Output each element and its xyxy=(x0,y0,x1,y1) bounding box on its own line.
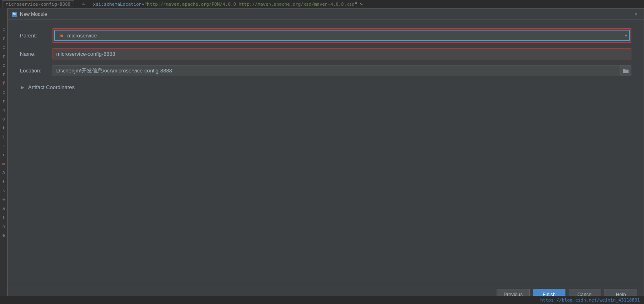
location-row: Location: xyxy=(20,65,631,76)
parent-input-outer[interactable]: m microservice ▼ xyxy=(53,28,631,43)
parent-input-inner: m microservice xyxy=(54,30,630,41)
name-row: Name: xyxy=(20,48,631,59)
location-input-wrapper xyxy=(53,65,631,76)
tab-label[interactable]: microservice-config-8888 xyxy=(2,0,74,8)
sidebar-letter: r xyxy=(0,52,7,61)
sidebar-letter: i xyxy=(0,133,7,142)
sidebar-letter: o xyxy=(0,115,7,124)
folder-icon xyxy=(623,68,629,73)
parent-dropdown-arrow[interactable]: ▼ xyxy=(624,33,628,38)
blog-link[interactable]: https://blog.csdn.net/weixin_43118891 xyxy=(540,297,640,303)
sidebar-letter: n xyxy=(0,222,7,231)
name-label: Name: xyxy=(20,51,53,57)
sidebar-letter: c xyxy=(0,61,7,70)
sidebar-letter: c xyxy=(0,25,7,34)
sidebar-letter: r xyxy=(0,70,7,79)
sidebar-letter: e xyxy=(0,195,7,204)
sidebar-letter: c xyxy=(0,142,7,151)
name-control xyxy=(53,48,631,59)
name-input-wrapper xyxy=(53,48,631,59)
sidebar-letter: l xyxy=(0,177,7,186)
sidebar-letter: e xyxy=(0,231,7,240)
sidebar-letter: c xyxy=(0,43,7,52)
section-expand-arrow: ▶ xyxy=(20,85,26,90)
parent-label: Parent: xyxy=(20,33,53,39)
dialog-title-icon xyxy=(12,11,18,17)
module-icon xyxy=(12,12,17,17)
code-line: xsi:schemaLocation="http://maven.apache.… xyxy=(93,2,363,7)
parent-control: m microservice ▼ xyxy=(53,28,631,43)
location-field-wrapper xyxy=(53,65,631,76)
tab-number: 4 xyxy=(82,2,85,7)
svg-rect-0 xyxy=(623,70,629,73)
sidebar-letter: r xyxy=(0,151,7,160)
parent-value: microservice xyxy=(67,33,626,39)
new-module-dialog: New Module × Parent: m microservice ▼ xyxy=(7,8,644,304)
sidebar-letter: a xyxy=(0,204,7,213)
sidebar-letter: r xyxy=(0,97,7,106)
parent-row: Parent: m microservice ▼ xyxy=(20,28,631,43)
maven-icon: m xyxy=(58,32,65,39)
svg-rect-1 xyxy=(623,69,625,70)
dialog-content: Parent: m microservice ▼ Name: xyxy=(8,20,644,285)
close-button[interactable]: × xyxy=(632,11,640,18)
name-input[interactable] xyxy=(53,49,631,59)
bottom-bar: https://blog.csdn.net/weixin_43118891 xyxy=(0,296,644,304)
location-label: Location: xyxy=(20,68,53,74)
artifact-section-header[interactable]: ▶ Artifact Coordinates xyxy=(20,82,631,93)
sidebar-letter: A xyxy=(0,168,7,177)
browse-button[interactable] xyxy=(620,66,631,76)
sidebar-letter: s xyxy=(0,186,7,195)
location-input[interactable] xyxy=(53,66,620,76)
sidebar-letter: c xyxy=(0,88,7,97)
dialog-title: New Module xyxy=(20,11,632,17)
sidebar-letter: r xyxy=(0,34,7,43)
sidebar-letter: l xyxy=(0,213,7,222)
maven-m-letter: m xyxy=(59,33,63,39)
code-hint-bar: microservice-config-8888 4 xsi:schemaLoc… xyxy=(0,0,644,8)
sidebar-letter: n xyxy=(0,106,7,115)
left-sidebar: crcrcrfcrnoticrmAlsealne xyxy=(0,8,7,296)
sidebar-letter: t xyxy=(0,124,7,133)
sidebar-letter: f xyxy=(0,79,7,88)
sidebar-letter: m xyxy=(0,160,7,168)
artifact-section-title: Artifact Coordinates xyxy=(28,84,74,90)
dialog-titlebar: New Module × xyxy=(8,9,644,20)
